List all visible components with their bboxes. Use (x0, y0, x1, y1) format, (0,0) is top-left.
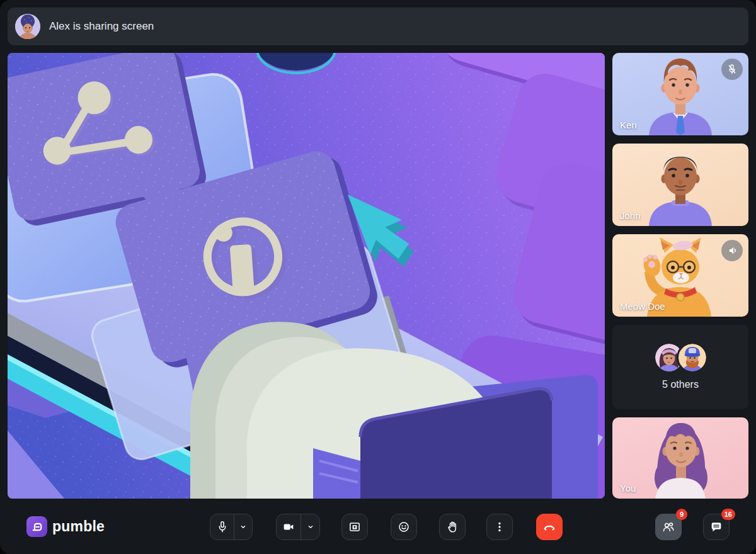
chat-icon (709, 520, 723, 534)
emoji-icon (397, 520, 411, 534)
more-options-button[interactable] (486, 514, 513, 540)
participants-button[interactable]: 9 (655, 514, 682, 540)
john-avatar (636, 144, 724, 226)
mic-button[interactable] (210, 514, 234, 540)
mic-button-group (210, 514, 253, 540)
participants-count-badge: 9 (676, 509, 687, 520)
participant-tile-meow-doe[interactable]: Meow Doe (612, 234, 748, 317)
others-count-label: 5 others (662, 379, 699, 390)
camera-button[interactable] (277, 514, 301, 540)
reactions-button[interactable] (391, 514, 417, 540)
ken-avatar (636, 53, 724, 135)
raise-hand-button[interactable] (439, 514, 466, 540)
pumble-wordmark: pumble (52, 518, 105, 535)
camera-button-group (276, 514, 320, 540)
others-avatars (655, 344, 706, 371)
chat-count-badge: 16 (721, 509, 735, 520)
hang-up-icon (542, 519, 557, 534)
you-avatar (636, 417, 724, 499)
alex-avatar (15, 14, 40, 39)
participant-tile-john[interactable]: John (612, 144, 748, 226)
pumble-logo-icon (26, 516, 47, 537)
raise-hand-icon (445, 520, 459, 534)
participant-name: You (620, 483, 636, 494)
chevron-down-icon (238, 522, 248, 532)
others-tile[interactable]: 5 others (612, 325, 748, 409)
hang-up-button[interactable] (536, 514, 563, 540)
screen-share-icon (348, 520, 362, 534)
sharing-banner-text: Alex is sharing screen (49, 20, 154, 33)
participant-tile-you[interactable]: You (612, 417, 748, 499)
screen-share-button[interactable] (341, 514, 368, 540)
mic-options-button[interactable] (234, 514, 252, 540)
chevron-down-icon (306, 522, 316, 532)
participant-tile-ken[interactable]: Ken (612, 53, 748, 135)
shared-screen-view[interactable] (8, 53, 605, 499)
pumble-call-window: Alex is sharing screen (0, 0, 756, 554)
video-camera-icon (282, 520, 295, 534)
camera-options-button[interactable] (301, 514, 319, 540)
speaker-on-icon (721, 240, 743, 261)
participant-name: Meow Doe (620, 301, 665, 312)
more-options-icon (493, 520, 507, 534)
sharing-banner: Alex is sharing screen (8, 8, 748, 45)
mic-off-icon (721, 59, 743, 80)
participant-name: John (620, 210, 641, 221)
pumble-logo: pumble (26, 516, 105, 537)
mic-icon (215, 520, 229, 534)
participant-name: Ken (620, 120, 637, 130)
shared-screen-illustration (8, 53, 605, 499)
alex-avatar-illustration (15, 14, 40, 39)
other-avatar-2 (679, 344, 706, 371)
chat-button[interactable]: 16 (703, 514, 730, 540)
participants-icon (662, 520, 675, 534)
